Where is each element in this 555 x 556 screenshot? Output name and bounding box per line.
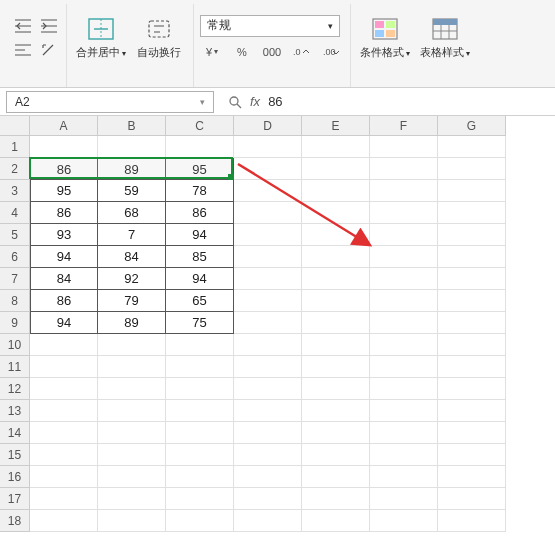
- cell[interactable]: [302, 202, 370, 224]
- cell[interactable]: [370, 444, 438, 466]
- cell[interactable]: [302, 400, 370, 422]
- increase-indent-icon[interactable]: [38, 15, 60, 37]
- cell[interactable]: 7: [98, 224, 166, 246]
- cell[interactable]: [234, 488, 302, 510]
- cell[interactable]: [302, 180, 370, 202]
- cell[interactable]: [370, 356, 438, 378]
- cell[interactable]: [438, 158, 506, 180]
- cell[interactable]: [98, 136, 166, 158]
- cell[interactable]: [30, 356, 98, 378]
- cell[interactable]: [166, 510, 234, 532]
- cell[interactable]: [166, 356, 234, 378]
- cell[interactable]: [234, 400, 302, 422]
- cell[interactable]: [370, 466, 438, 488]
- cell[interactable]: [438, 510, 506, 532]
- cell[interactable]: [302, 466, 370, 488]
- row-header[interactable]: 11: [0, 356, 30, 378]
- cell[interactable]: [30, 422, 98, 444]
- cell[interactable]: 78: [166, 180, 234, 202]
- conditional-format-button[interactable]: 条件格式▾: [357, 11, 413, 65]
- search-fx-icon[interactable]: [228, 95, 242, 109]
- cell[interactable]: [302, 378, 370, 400]
- cell[interactable]: [438, 378, 506, 400]
- row-header[interactable]: 7: [0, 268, 30, 290]
- cell[interactable]: [438, 466, 506, 488]
- cell[interactable]: 59: [98, 180, 166, 202]
- cell[interactable]: 86: [30, 290, 98, 312]
- row-header[interactable]: 13: [0, 400, 30, 422]
- row-header[interactable]: 14: [0, 422, 30, 444]
- percent-button[interactable]: %: [230, 41, 254, 63]
- cell[interactable]: [234, 224, 302, 246]
- cell[interactable]: [370, 334, 438, 356]
- cell[interactable]: [438, 312, 506, 334]
- column-header[interactable]: E: [302, 116, 370, 136]
- cell[interactable]: [234, 246, 302, 268]
- cell[interactable]: 86: [30, 202, 98, 224]
- cell[interactable]: [302, 158, 370, 180]
- formula-input[interactable]: [268, 91, 547, 113]
- cell[interactable]: 94: [30, 312, 98, 334]
- cell[interactable]: [370, 268, 438, 290]
- row-header[interactable]: 16: [0, 466, 30, 488]
- cell[interactable]: [438, 422, 506, 444]
- cell[interactable]: [302, 488, 370, 510]
- cell[interactable]: [98, 356, 166, 378]
- cell[interactable]: [30, 378, 98, 400]
- cell[interactable]: [302, 334, 370, 356]
- cell[interactable]: [302, 246, 370, 268]
- cell[interactable]: [98, 378, 166, 400]
- cell[interactable]: [438, 400, 506, 422]
- cell[interactable]: [370, 510, 438, 532]
- cell[interactable]: [98, 466, 166, 488]
- cell[interactable]: [234, 334, 302, 356]
- row-header[interactable]: 12: [0, 378, 30, 400]
- cell[interactable]: [234, 510, 302, 532]
- cell[interactable]: [98, 488, 166, 510]
- cell[interactable]: [302, 268, 370, 290]
- cell[interactable]: [370, 290, 438, 312]
- column-header[interactable]: C: [166, 116, 234, 136]
- cell[interactable]: [98, 400, 166, 422]
- cell[interactable]: [370, 378, 438, 400]
- cell[interactable]: [30, 400, 98, 422]
- cell[interactable]: [234, 466, 302, 488]
- cell[interactable]: [234, 136, 302, 158]
- row-header[interactable]: 8: [0, 290, 30, 312]
- cell[interactable]: [438, 444, 506, 466]
- cell[interactable]: [302, 422, 370, 444]
- cell[interactable]: [438, 246, 506, 268]
- cell[interactable]: [30, 334, 98, 356]
- cell[interactable]: [30, 136, 98, 158]
- cell[interactable]: [370, 400, 438, 422]
- cell[interactable]: 86: [166, 202, 234, 224]
- cell[interactable]: [370, 136, 438, 158]
- row-header[interactable]: 9: [0, 312, 30, 334]
- row-header[interactable]: 6: [0, 246, 30, 268]
- cell[interactable]: [438, 290, 506, 312]
- column-header[interactable]: A: [30, 116, 98, 136]
- cell[interactable]: 95: [30, 180, 98, 202]
- cell[interactable]: 79: [98, 290, 166, 312]
- align-icon[interactable]: [12, 39, 34, 61]
- cell[interactable]: [438, 202, 506, 224]
- row-header[interactable]: 2: [0, 158, 30, 180]
- column-header[interactable]: F: [370, 116, 438, 136]
- cell[interactable]: [302, 224, 370, 246]
- cell[interactable]: [30, 444, 98, 466]
- row-header[interactable]: 3: [0, 180, 30, 202]
- cell[interactable]: [370, 158, 438, 180]
- cell[interactable]: 89: [98, 312, 166, 334]
- increase-decimal-button[interactable]: .0: [290, 41, 314, 63]
- cell[interactable]: [438, 268, 506, 290]
- currency-button[interactable]: ¥▾: [200, 41, 224, 63]
- row-header[interactable]: 4: [0, 202, 30, 224]
- cell[interactable]: [370, 224, 438, 246]
- cell[interactable]: [234, 378, 302, 400]
- cell[interactable]: [302, 290, 370, 312]
- cell[interactable]: [302, 444, 370, 466]
- decrease-decimal-button[interactable]: .00: [320, 41, 344, 63]
- cell[interactable]: [30, 488, 98, 510]
- cell[interactable]: [370, 180, 438, 202]
- cell[interactable]: [234, 202, 302, 224]
